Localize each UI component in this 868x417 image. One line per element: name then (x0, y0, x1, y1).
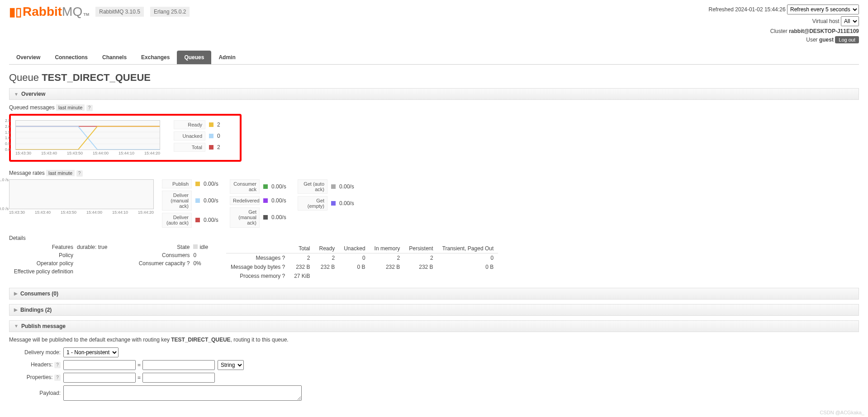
legend-row: Deliver (manual ack)0.00/s (162, 191, 222, 211)
time-range-badge[interactable]: last minute (56, 104, 85, 111)
refresh-interval-select[interactable]: Refresh every 5 seconds (787, 5, 859, 14)
refreshed-label: Refreshed (709, 6, 734, 13)
expand-icon: ▶ (14, 291, 18, 296)
message-rates-chart: 1.0 /s 0.0 /s 15:43:30 15:43:40 15:43:50… (9, 179, 154, 215)
header-right: Refreshed 2024-01-02 15:44:26 Refresh ev… (709, 5, 859, 45)
section-overview-header[interactable]: ▼ Overview (9, 88, 859, 100)
swatch-icon (331, 201, 336, 206)
header-key-input[interactable] (63, 360, 136, 370)
cell-value: 2 (315, 253, 340, 262)
swatch-icon (263, 198, 268, 203)
legend-label: Get (manual ack) (230, 207, 260, 227)
queued-messages-legend: Ready 2 Unacked 0 Total 2 (174, 120, 235, 152)
logo[interactable]: ▮▯ RabbitMQTM (9, 5, 89, 19)
tab-overview[interactable]: Overview (9, 51, 47, 64)
cell-value (339, 272, 370, 281)
cell-value: 0 B (438, 262, 498, 272)
property-value-input[interactable] (142, 373, 215, 383)
detail-value: 0 (193, 252, 196, 258)
legend-value: 0.00/s (271, 214, 289, 220)
section-bindings-header[interactable]: ▶ Bindings (2) (9, 304, 859, 316)
user-value: guest (819, 37, 834, 43)
help-icon[interactable]: ? (86, 105, 93, 111)
logout-button[interactable]: Log out (835, 36, 859, 43)
legend-label: Get (auto ack) (298, 179, 327, 194)
section-consumers-header[interactable]: ▶ Consumers (0) (9, 288, 859, 300)
logo-text-rabbit: Rabbit (23, 5, 62, 19)
vhost-select[interactable]: All (841, 16, 859, 26)
legend-label: Deliver (auto ack) (162, 213, 192, 227)
tab-admin[interactable]: Admin (211, 51, 242, 64)
legend-unacked: Unacked 0 (174, 131, 235, 141)
legend-value: 0.00/s (204, 181, 222, 187)
rates-legend-col: Publish0.00/sDeliver (manual ack)0.00/sD… (162, 179, 222, 228)
cell-value (404, 272, 437, 281)
details-stats-table: TotalReadyUnackedIn memoryPersistentTran… (226, 244, 498, 281)
legend-value: 0.00/s (271, 183, 289, 190)
user-label: User (806, 37, 817, 43)
col-header: Unacked (339, 244, 370, 253)
cell-value: 0 (339, 253, 370, 262)
tab-exchanges[interactable]: Exchanges (134, 51, 177, 64)
cell-value: 2 (370, 253, 405, 262)
cell-value: 0 B (339, 262, 370, 272)
expand-icon: ▶ (14, 307, 18, 312)
details-left-col: Featuresdurable: truePolicyOperator poli… (9, 244, 107, 281)
properties-label: Properties: ? (9, 374, 63, 381)
queue-name: TEST_DIRECT_QUEUE (42, 72, 151, 83)
cell-value: 232 B (289, 262, 314, 272)
cell-value: 2 (289, 253, 314, 262)
legend-value: 0.00/s (271, 197, 289, 204)
swatch-icon (209, 145, 213, 150)
tab-queues[interactable]: Queues (177, 51, 211, 64)
time-range-badge[interactable]: last minute (46, 170, 75, 176)
swatch-icon (331, 184, 336, 189)
cell-value: 232 B (404, 262, 437, 272)
tab-connections[interactable]: Connections (47, 51, 95, 64)
legend-value: 0.00/s (204, 197, 222, 204)
row-label: Process memory ? (226, 272, 289, 281)
details-heading: Details (9, 235, 859, 241)
legend-value: 0.00/s (204, 217, 222, 223)
legend-label: Get (empty) (298, 196, 327, 211)
legend-row: Get (manual ack)0.00/s (230, 207, 289, 227)
delivery-mode-select[interactable]: 1 - Non-persistent (63, 347, 119, 357)
main-tabs: Overview Connections Channels Exchanges … (9, 51, 859, 65)
tab-channels[interactable]: Channels (95, 51, 134, 64)
payload-label: Payload: (9, 390, 63, 396)
property-key-input[interactable] (63, 373, 136, 383)
cell-value: 27 KiB (289, 272, 314, 281)
delivery-mode-label: Delivery mode: (9, 349, 63, 356)
help-icon[interactable]: ? (54, 362, 61, 368)
payload-textarea[interactable] (63, 385, 302, 401)
row-label: Messages ? (226, 253, 289, 262)
detail-value: durable: true (77, 244, 107, 250)
legend-label: Publish (162, 179, 192, 188)
detail-key: Policy (9, 252, 77, 258)
detail-key: Effective policy definition (9, 268, 77, 275)
logo-area: ▮▯ RabbitMQTM RabbitMQ 3.10.5 Erlang 25.… (9, 5, 190, 19)
legend-label: Consumer ack (230, 179, 260, 194)
section-publish-header[interactable]: ▼ Publish message (9, 320, 859, 332)
detail-key: Operator policy (9, 260, 77, 267)
swatch-icon (195, 218, 200, 222)
legend-row: Redelivered0.00/s (230, 196, 289, 205)
cell-value: 232 B (370, 262, 405, 272)
header-value-input[interactable] (142, 360, 215, 370)
swatch-icon (263, 215, 268, 220)
cluster-value: rabbit@DESKTOP-J11E109 (789, 28, 859, 34)
cell-value (315, 272, 340, 281)
col-header: Persistent (404, 244, 437, 253)
header-bar: ▮▯ RabbitMQTM RabbitMQ 3.10.5 Erlang 25.… (9, 0, 859, 45)
header-type-select[interactable]: String (218, 360, 244, 370)
headers-label: Headers: ? (9, 361, 63, 368)
detail-key: Features (9, 244, 77, 250)
help-icon[interactable]: ? (76, 170, 83, 177)
rates-legend-col: Consumer ack0.00/sRedelivered0.00/sGet (… (230, 179, 289, 228)
legend-total: Total 2 (174, 143, 235, 152)
legend-row: Consumer ack0.00/s (230, 179, 289, 194)
cluster-label: Cluster (770, 28, 787, 34)
publish-note: Message will be published to the default… (9, 337, 859, 343)
help-icon[interactable]: ? (54, 375, 61, 381)
vhost-label: Virtual host (812, 18, 840, 24)
